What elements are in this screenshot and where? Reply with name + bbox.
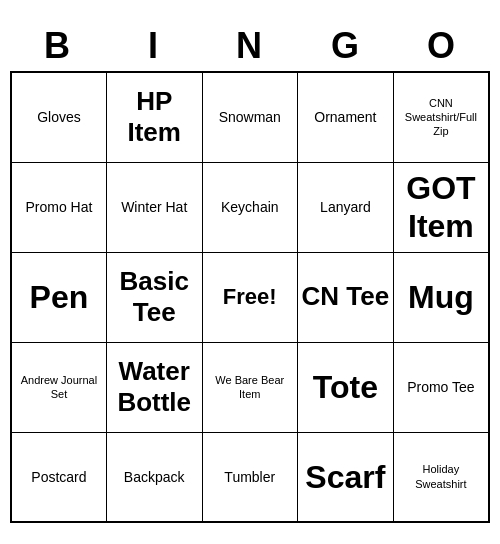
cell-0-3: Ornament [297, 72, 393, 162]
bingo-grid: GlovesHP ItemSnowmanOrnamentCNN Sweatshi… [10, 71, 490, 523]
bingo-header: BINGO [10, 21, 490, 71]
cell-4-3: Scarf [297, 432, 393, 522]
header-letter: O [394, 21, 490, 71]
cell-2-3: CN Tee [297, 252, 393, 342]
cell-2-1: Basic Tee [106, 252, 202, 342]
cell-0-0: Gloves [11, 72, 106, 162]
cell-3-0: Andrew Journal Set [11, 342, 106, 432]
cell-2-0: Pen [11, 252, 106, 342]
cell-1-2: Keychain [202, 162, 297, 252]
header-letter: N [202, 21, 298, 71]
cell-4-2: Tumbler [202, 432, 297, 522]
cell-3-1: Water Bottle [106, 342, 202, 432]
header-letter: G [298, 21, 394, 71]
cell-4-0: Postcard [11, 432, 106, 522]
cell-4-1: Backpack [106, 432, 202, 522]
bingo-card: BINGO GlovesHP ItemSnowmanOrnamentCNN Sw… [10, 21, 490, 523]
cell-2-2: Free! [202, 252, 297, 342]
cell-3-3: Tote [297, 342, 393, 432]
cell-3-2: We Bare Bear Item [202, 342, 297, 432]
cell-2-4: Mug [393, 252, 489, 342]
header-letter: B [10, 21, 106, 71]
cell-4-4: Holiday Sweatshirt [393, 432, 489, 522]
header-letter: I [106, 21, 202, 71]
cell-1-1: Winter Hat [106, 162, 202, 252]
cell-3-4: Promo Tee [393, 342, 489, 432]
cell-0-1: HP Item [106, 72, 202, 162]
cell-1-3: Lanyard [297, 162, 393, 252]
cell-0-2: Snowman [202, 72, 297, 162]
cell-1-0: Promo Hat [11, 162, 106, 252]
cell-1-4: GOT Item [393, 162, 489, 252]
cell-0-4: CNN Sweatshirt/Full Zip [393, 72, 489, 162]
